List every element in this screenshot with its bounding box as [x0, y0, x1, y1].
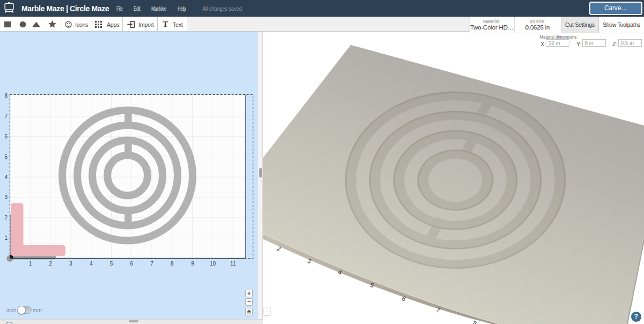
svg-text:1: 1 — [4, 235, 8, 241]
svg-text:3: 3 — [69, 261, 72, 267]
svg-text:8: 8 — [171, 261, 174, 267]
svg-text:2: 2 — [49, 261, 52, 267]
svg-text:1: 1 — [29, 261, 32, 267]
svg-text:4: 4 — [4, 174, 8, 180]
svg-text:7: 7 — [150, 261, 153, 267]
svg-text:8: 8 — [4, 93, 8, 99]
svg-text:10: 10 — [210, 261, 216, 267]
svg-text:3: 3 — [4, 194, 8, 200]
svg-text:8: 8 — [472, 320, 478, 324]
svg-text:6: 6 — [4, 134, 8, 139]
svg-text:6: 6 — [130, 261, 134, 267]
svg-text:2: 2 — [276, 245, 282, 253]
svg-text:5: 5 — [4, 154, 8, 160]
svg-text:9: 9 — [191, 261, 194, 267]
svg-text:5: 5 — [110, 261, 113, 267]
svg-text:2: 2 — [4, 215, 8, 220]
svg-text:11: 11 — [230, 261, 236, 267]
svg-text:4: 4 — [90, 261, 93, 267]
svg-text:7: 7 — [4, 113, 8, 119]
